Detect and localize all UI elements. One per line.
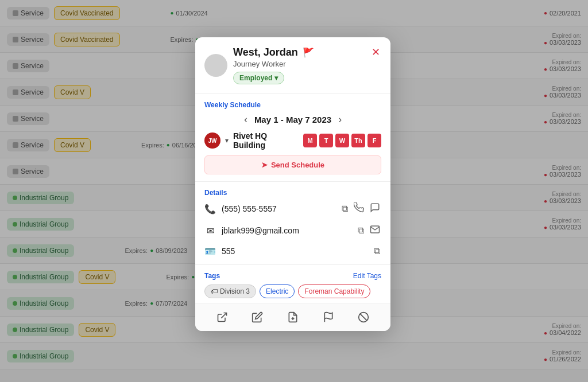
tag-icon: 🏷 — [211, 287, 218, 295]
phone-value: (555) 555-5557 — [222, 204, 335, 213]
tags-header: Tags Edit Tags — [204, 272, 381, 280]
date-navigation: ‹ May 1 - May 7 2023 › — [204, 114, 381, 126]
modal-header: West, Jordan 🚩 Journey Worker Employed ▾… — [195, 37, 390, 94]
svg-line-0 — [221, 313, 226, 318]
close-button[interactable]: ✕ — [369, 45, 382, 59]
phone-row: 📞 (555) 555-5557 ⧉ — [204, 201, 381, 216]
send-schedule-button[interactable]: ➤ Send Schedule — [204, 155, 381, 174]
external-link-button[interactable] — [212, 309, 233, 325]
id-icon: 🪪 — [204, 246, 216, 257]
svg-line-5 — [360, 314, 367, 321]
tag-division3[interactable]: 🏷 Division 3 — [204, 284, 256, 298]
avatar — [204, 54, 227, 77]
copy-phone-button[interactable]: ⧉ — [341, 201, 349, 216]
copy-email-button[interactable]: ⧉ — [357, 223, 365, 238]
email-row: ✉ jblark999@gmail.com ⧉ — [204, 223, 381, 238]
header-info: West, Jordan 🚩 Journey Worker Employed ▾ — [233, 46, 381, 84]
thursday-badge: Th — [351, 134, 365, 147]
tuesday-badge: T — [319, 134, 333, 147]
send-email-button[interactable] — [369, 223, 381, 238]
prev-week-button[interactable]: ‹ — [244, 114, 247, 126]
tag-electric[interactable]: Electric — [260, 284, 295, 298]
email-icon: ✉ — [204, 225, 216, 236]
date-range-label: May 1 - May 7 2023 — [254, 115, 331, 124]
worker-detail-modal: West, Jordan 🚩 Journey Worker Employed ▾… — [195, 37, 390, 331]
edit-tags-button[interactable]: Edit Tags — [353, 272, 381, 280]
phone-icon: 📞 — [204, 204, 216, 215]
id-actions: ⧉ — [373, 245, 381, 258]
chevron-down-icon: ▾ — [274, 74, 278, 82]
details-section: Details 📞 (555) 555-5557 ⧉ ✉ jblark999@g… — [195, 182, 390, 265]
block-button[interactable] — [353, 309, 374, 325]
tag-foreman[interactable]: Foreman Capability — [298, 284, 370, 298]
call-button[interactable] — [353, 201, 365, 216]
wednesday-badge: W — [335, 134, 349, 147]
monday-badge: M — [303, 134, 317, 147]
phone-actions: ⧉ — [341, 201, 381, 216]
tags-section: Tags Edit Tags 🏷 Division 3 Electric For… — [195, 265, 390, 303]
send-icon: ➤ — [261, 161, 268, 169]
worker-title: Journey Worker — [233, 60, 381, 68]
schedule-section-title: Weekly Schedule — [204, 101, 381, 109]
location-chevron-icon[interactable]: ▾ — [225, 137, 229, 145]
worker-name: West, Jordan 🚩 — [233, 46, 381, 59]
schedule-section: Weekly Schedule ‹ May 1 - May 7 2023 › J… — [195, 94, 390, 182]
flag-button[interactable] — [318, 309, 339, 325]
add-note-button[interactable] — [283, 309, 303, 325]
location-row: JW ▾ Rivet HQ Building M T W Th F — [204, 131, 381, 150]
copy-id-button[interactable]: ⧉ — [373, 245, 381, 258]
flag-icon: 🚩 — [303, 47, 314, 58]
modal-footer — [195, 303, 390, 331]
message-button[interactable] — [369, 201, 381, 216]
day-badges: M T W Th F — [303, 134, 381, 147]
location-name: Rivet HQ Building — [233, 131, 299, 150]
header-top: West, Jordan 🚩 Journey Worker Employed ▾ — [204, 46, 381, 84]
edit-button[interactable] — [247, 309, 268, 325]
friday-badge: F — [368, 134, 381, 147]
tags-list: 🏷 Division 3 Electric Foreman Capability — [204, 284, 381, 298]
email-value: jblark999@gmail.com — [222, 226, 351, 235]
id-value: 555 — [222, 247, 367, 256]
jw-avatar-badge: JW — [204, 132, 220, 149]
id-row: 🪪 555 ⧉ — [204, 245, 381, 258]
details-section-title: Details — [204, 189, 381, 197]
next-week-button[interactable]: › — [338, 114, 342, 126]
tags-section-title: Tags — [204, 272, 220, 280]
email-actions: ⧉ — [357, 223, 381, 238]
employment-status-button[interactable]: Employed ▾ — [233, 72, 284, 84]
